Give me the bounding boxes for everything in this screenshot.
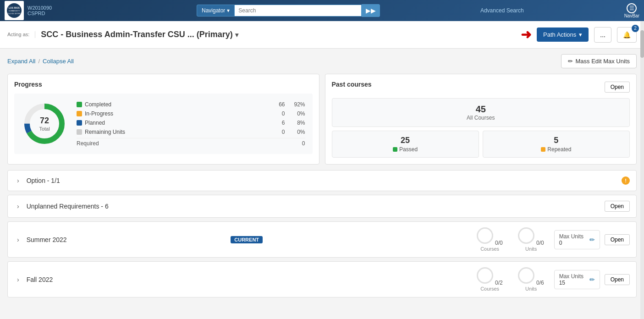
summer-title: Summer 2022: [27, 236, 226, 243]
svg-text:COMMUNITY: COMMUNITY: [9, 10, 20, 12]
chevron-down-icon: ▾: [235, 31, 238, 38]
acting-as: Acting as:: [7, 31, 35, 38]
repeated-count: 5: [488, 136, 625, 145]
passed-box: 25 Passed: [332, 131, 479, 158]
planned-dot: [77, 120, 82, 126]
fall-open-button[interactable]: Open: [605, 274, 630, 285]
summer-2022-row: › Summer 2022 CURRENT 0/0 Courses 0/0 Un…: [7, 221, 637, 258]
advanced-search-link[interactable]: Advanced Search: [480, 7, 524, 14]
notifications-button[interactable]: 🔔 2: [617, 27, 637, 43]
expand-collapse-links: Expand All / Collapse All: [7, 58, 74, 65]
unplanned-open-button[interactable]: Open: [605, 201, 630, 212]
path-actions-button[interactable]: Path Actions ▾: [537, 28, 589, 42]
fall-courses-stat: 0/2 Courses: [472, 267, 508, 292]
passed-dot: [393, 147, 397, 152]
past-courses-header: Past courses Open: [332, 81, 630, 94]
all-courses-label: All Courses: [338, 115, 624, 121]
current-badge: CURRENT: [231, 236, 263, 243]
chevron-down-icon: ▾: [579, 31, 582, 38]
past-courses-title: Past courses: [332, 81, 372, 88]
option-title: Option - 1/1: [27, 177, 617, 184]
pencil-icon: ✏: [568, 58, 573, 65]
scrollbar-thumb[interactable]: [640, 30, 644, 58]
past-courses-panel: Past courses Open 45 All Courses 25 Pass…: [325, 74, 637, 165]
expand-all-link[interactable]: Expand All: [7, 58, 35, 65]
repeated-label: Repeated: [547, 146, 571, 153]
donut-total: 72 Total: [39, 116, 50, 132]
logo: LOS RIOS COMMUNITY COLLEGE DISTRICT: [5, 1, 24, 20]
summer-units-stat: 0/0 Units: [513, 227, 550, 252]
notification-badge: 2: [632, 25, 639, 32]
fall-max-units-edit-icon[interactable]: ✏: [589, 276, 595, 283]
summer-open-button[interactable]: Open: [605, 234, 630, 245]
fall-2022-row: › Fall 2022 0/2 Courses 0/6 Units Max Un…: [7, 261, 637, 297]
option-expand-button[interactable]: ›: [14, 176, 22, 185]
legend-remaining: Remaining Units 0 0%: [77, 129, 305, 135]
progress-legend: Completed 66 92% In-Progress 0 0% Planne…: [77, 101, 305, 147]
progress-panel-title: Progress: [14, 81, 313, 88]
bell-icon: 🔔: [623, 31, 631, 38]
passed-label: Passed: [399, 146, 418, 153]
logo-area: LOS RIOS COMMUNITY COLLEGE DISTRICT W201…: [5, 1, 96, 20]
remaining-dot: [77, 129, 82, 135]
unplanned-row: › Unplanned Requirements - 6 Open: [7, 195, 637, 218]
collapse-all-link[interactable]: Collapse All: [43, 58, 74, 65]
more-options-button[interactable]: ...: [594, 27, 611, 43]
top-navigation: LOS RIOS COMMUNITY COLLEGE DISTRICT W201…: [0, 0, 644, 21]
summer-max-units-edit-icon[interactable]: ✏: [589, 236, 595, 243]
navigator-button[interactable]: Navigator ▾: [197, 5, 235, 16]
legend-planned: Planned 6 8%: [77, 120, 305, 126]
repeated-dot: [541, 147, 545, 152]
sub-courses-row: 25 Passed 5 Repeated: [332, 131, 630, 158]
summer-courses-stat: 0/0 Courses: [472, 227, 508, 252]
search-area: Navigator ▾ ▶▶: [197, 4, 380, 17]
all-courses-count: 45: [338, 104, 624, 115]
fall-title: Fall 2022: [27, 276, 244, 283]
search-input[interactable]: [235, 5, 362, 16]
unplanned-expand-button[interactable]: ›: [14, 202, 22, 211]
search-input-wrap: [235, 5, 362, 16]
passed-count: 25: [337, 136, 474, 145]
svg-text:LOS RIOS: LOS RIOS: [9, 6, 20, 9]
scrollbar[interactable]: [640, 21, 644, 307]
chevron-down-icon: ▾: [227, 7, 230, 14]
fall-max-units-box: Max Units 15 ✏: [554, 270, 600, 289]
fall-units-stat: 0/6 Units: [513, 267, 550, 292]
completed-dot: [77, 102, 82, 107]
all-courses-box: 45 All Courses: [332, 98, 630, 127]
expand-collapse-bar: Expand All / Collapse All ✏ Mass Edit Ma…: [7, 54, 637, 68]
legend-completed: Completed 66 92%: [77, 101, 305, 108]
panels-row: Progress 72 Total: [7, 74, 637, 165]
path-title: SCC - Business Admin-Transfer CSU ... (P…: [41, 30, 515, 39]
warning-icon: !: [622, 176, 630, 185]
fall-expand-button[interactable]: ›: [14, 275, 22, 284]
arrow-indicator: ➜: [521, 27, 531, 42]
required-row: Required 0: [77, 138, 305, 147]
donut-chart: 72 Total: [22, 101, 67, 147]
summer-max-units-box: Max Units 0 ✏: [554, 230, 600, 249]
navbar-icon: ☰: [627, 3, 637, 13]
past-courses-open-button[interactable]: Open: [605, 82, 630, 93]
inprogress-dot: [77, 111, 82, 116]
mass-edit-button[interactable]: ✏ Mass Edit Max Units: [561, 54, 637, 68]
main-content: Expand All / Collapse All ✏ Mass Edit Ma…: [0, 49, 644, 307]
legend-inprogress: In-Progress 0 0%: [77, 110, 305, 117]
navbar-button[interactable]: ☰ NavBar: [624, 3, 639, 18]
unplanned-title: Unplanned Requirements - 6: [27, 203, 600, 210]
user-info: W2010090 CSPRD: [28, 5, 52, 16]
search-go-button[interactable]: ▶▶: [362, 4, 380, 17]
summer-expand-button[interactable]: ›: [14, 235, 22, 244]
progress-panel: Progress 72 Total: [7, 74, 319, 165]
header-bar: Acting as: SCC - Business Admin-Transfer…: [0, 21, 644, 49]
repeated-box: 5 Repeated: [483, 131, 630, 158]
svg-text:COLLEGE DISTRICT: COLLEGE DISTRICT: [6, 13, 22, 15]
option-row: › Option - 1/1 !: [7, 170, 637, 191]
progress-inner: 72 Total Completed 66 92% In-Progress 0: [14, 94, 313, 154]
